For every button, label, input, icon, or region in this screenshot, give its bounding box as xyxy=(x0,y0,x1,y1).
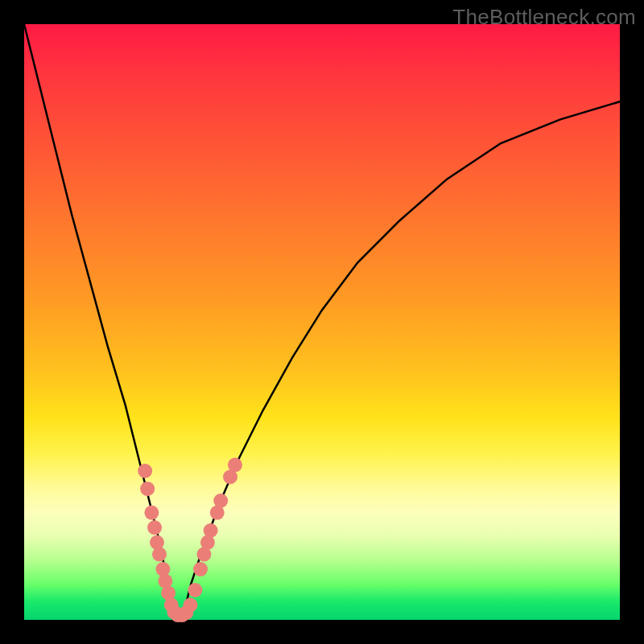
bottleneck-curve-path xyxy=(24,24,620,620)
sample-dot xyxy=(204,523,218,538)
bottleneck-curve-svg xyxy=(24,24,620,620)
sample-dot xyxy=(152,547,167,562)
sample-dots xyxy=(138,458,242,622)
plot-area xyxy=(24,24,620,620)
sample-dot xyxy=(183,598,197,613)
sample-dot xyxy=(155,562,170,576)
sample-dot xyxy=(147,520,162,535)
watermark-text: TheBottleneck.com xyxy=(452,5,636,30)
sample-dot xyxy=(144,506,159,520)
sample-dot xyxy=(150,535,164,550)
sample-dot xyxy=(228,458,242,473)
chart-frame: TheBottleneck.com xyxy=(0,0,644,644)
sample-dot xyxy=(193,562,208,576)
sample-dot xyxy=(140,481,155,496)
sample-dot xyxy=(213,493,228,508)
sample-dot xyxy=(188,583,202,597)
sample-dot xyxy=(138,464,152,478)
